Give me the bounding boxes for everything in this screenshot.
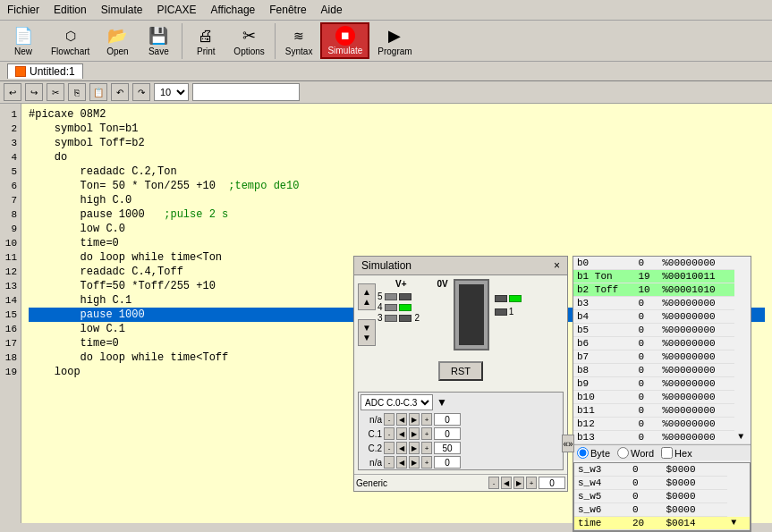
print-button[interactable]: 🖨 Print	[186, 22, 225, 59]
table-row: s_w6 0 $0000	[574, 503, 750, 517]
simulation-close-button[interactable]: ×	[554, 259, 560, 272]
adc-value-c1[interactable]	[434, 427, 461, 440]
rst-area: RST	[354, 354, 567, 388]
cut-button[interactable]: ✂	[47, 83, 64, 101]
adc-left-na1[interactable]: ◀	[396, 413, 407, 426]
redo2-button[interactable]: ↷	[132, 83, 150, 101]
toolbar-separator	[182, 23, 182, 59]
pin-4-label: 4	[378, 302, 383, 312]
syntax-button[interactable]: ≋ Syntax	[279, 22, 319, 59]
breg-value: 0	[629, 463, 663, 477]
breg-value: 0	[629, 503, 663, 517]
adc-plus-na1[interactable]: +	[421, 413, 432, 426]
adc-value-na2[interactable]	[434, 456, 461, 469]
toolbar: 📄 New ⬡ Flowchart 📂 Open 💾 Save 🖨 Print …	[0, 21, 772, 62]
nav-prev-button[interactable]: ▲▲	[358, 283, 376, 310]
right-pins: 1	[495, 295, 522, 350]
redo-button[interactable]: ↪	[25, 83, 43, 101]
adc-left-na2[interactable]: ◀	[396, 456, 407, 469]
hex-checkbox-input[interactable]	[661, 447, 673, 459]
reg-value: 0	[634, 431, 658, 444]
menu-simulate[interactable]: Simulate	[94, 2, 150, 18]
breg-name: s_w6	[574, 503, 629, 517]
register-panel: b0 0 %00000000 b1 Ton 19 %00010011 b2 To…	[573, 256, 751, 532]
menu-edition[interactable]: Edition	[47, 2, 94, 18]
reg-name: b2 Toff	[573, 283, 634, 297]
paste-button[interactable]: 📋	[89, 83, 107, 101]
adc-right-na1[interactable]: ▶	[409, 413, 420, 426]
adc-header: ADC C.0-C.3 ADC C.0-C.1 ▼	[359, 393, 563, 412]
generic-left[interactable]: ◀	[501, 477, 512, 489]
hex-checkbox[interactable]: Hex	[661, 447, 692, 459]
save-button[interactable]: 💾 Save	[139, 22, 178, 59]
copy-button[interactable]: ⎘	[68, 83, 86, 101]
code-line: symbol Ton=b1	[29, 122, 765, 136]
table-row: b3 0 %00000000	[573, 297, 751, 310]
adc-minus-na2[interactable]: -	[384, 456, 394, 469]
new-button[interactable]: 📄 New	[4, 22, 43, 59]
code-line: low C.0	[29, 222, 765, 236]
reg-value: 0	[634, 377, 658, 391]
generic-minus[interactable]: -	[488, 477, 499, 489]
byte-radio-label: Byte	[590, 448, 610, 459]
adc-plus-c2[interactable]: +	[421, 442, 432, 454]
reg-bits: %00000000	[658, 418, 734, 431]
adc-minus-c1[interactable]: -	[384, 427, 394, 440]
adc-plus-na2[interactable]: +	[421, 456, 432, 469]
adc-left-c1[interactable]: ◀	[396, 427, 407, 440]
adc-left-c2[interactable]: ◀	[396, 442, 407, 454]
undo2-button[interactable]: ↶	[111, 83, 129, 101]
menu-aide[interactable]: Aide	[314, 2, 350, 18]
adc-channel-select[interactable]: ADC C.0-C.3 ADC C.0-C.1	[361, 394, 433, 410]
adc-label-na1: n/a	[361, 415, 382, 425]
adc-plus-c1[interactable]: +	[421, 427, 432, 440]
search-input[interactable]	[192, 83, 300, 101]
hex-checkbox-label: Hex	[674, 448, 692, 459]
adc-value-na1[interactable]	[434, 413, 461, 426]
menu-affichage[interactable]: Affichage	[203, 2, 262, 18]
open-button[interactable]: 📂 Open	[98, 22, 137, 59]
table-row: s_w4 0 $0000	[574, 477, 750, 490]
adc-right-c1[interactable]: ▶	[409, 427, 420, 440]
bottom-register-panel: s_w3 0 $0000 s_w4 0 $0000 s_w5 0 $0000 s…	[573, 462, 751, 531]
expand-button[interactable]: «»	[562, 435, 574, 452]
generic-right[interactable]: ▶	[513, 477, 524, 489]
code-line: readadc C.2,Ton	[29, 165, 765, 179]
byte-radio[interactable]: Byte	[577, 447, 610, 459]
reg-bits: %00000000	[658, 391, 734, 404]
adc-minus-c2[interactable]: -	[384, 442, 394, 454]
menu-picaxe[interactable]: PICAXE	[149, 2, 203, 18]
options-button[interactable]: ✂ Options	[227, 22, 270, 59]
word-radio[interactable]: Word	[617, 447, 654, 459]
rst-button[interactable]: RST	[438, 361, 483, 381]
code-line: time=0	[29, 236, 765, 250]
menu-fichier[interactable]: Fichier	[0, 2, 47, 18]
adc-right-c2[interactable]: ▶	[409, 442, 420, 454]
adc-row-na1: n/a - ◀ ▶ +	[359, 412, 563, 426]
generic-value[interactable]	[539, 477, 565, 489]
undo-button[interactable]: ↩	[4, 83, 21, 101]
menubar: Fichier Edition Simulate PICAXE Affichag…	[0, 0, 772, 21]
font-size-dropdown[interactable]: 10 12 14	[154, 83, 189, 101]
byte-radio-input[interactable]	[577, 447, 589, 459]
breg-scroll-arrow[interactable]: ▼	[727, 517, 750, 530]
word-radio-input[interactable]	[617, 447, 629, 459]
adc-minus-na1[interactable]: -	[384, 413, 394, 426]
new-icon: 📄	[13, 25, 34, 46]
reg-scroll-arrow[interactable]: ▼	[734, 431, 751, 444]
flowchart-button[interactable]: ⬡ Flowchart	[45, 22, 96, 59]
nav-next-button[interactable]: ▼▼	[358, 319, 376, 346]
adc-label-c2: C.2	[361, 443, 382, 453]
adc-value-c2[interactable]	[434, 442, 461, 454]
pin-4-row: 4	[378, 302, 411, 312]
program-button[interactable]: ▶ Program	[371, 22, 418, 59]
breg-hex: $0000	[662, 463, 727, 477]
generic-plus[interactable]: +	[526, 477, 537, 489]
code-line: #picaxe 08M2	[29, 107, 765, 122]
reg-name: b7	[573, 350, 634, 364]
menu-fenetre[interactable]: Fenêtre	[262, 2, 313, 18]
bottom-register-table: s_w3 0 $0000 s_w4 0 $0000 s_w5 0 $0000 s…	[574, 463, 750, 530]
document-tab[interactable]: Untitled:1	[7, 63, 83, 79]
simulate-button[interactable]: ⏹ Simulate	[320, 22, 369, 59]
adc-right-na2[interactable]: ▶	[409, 456, 420, 469]
